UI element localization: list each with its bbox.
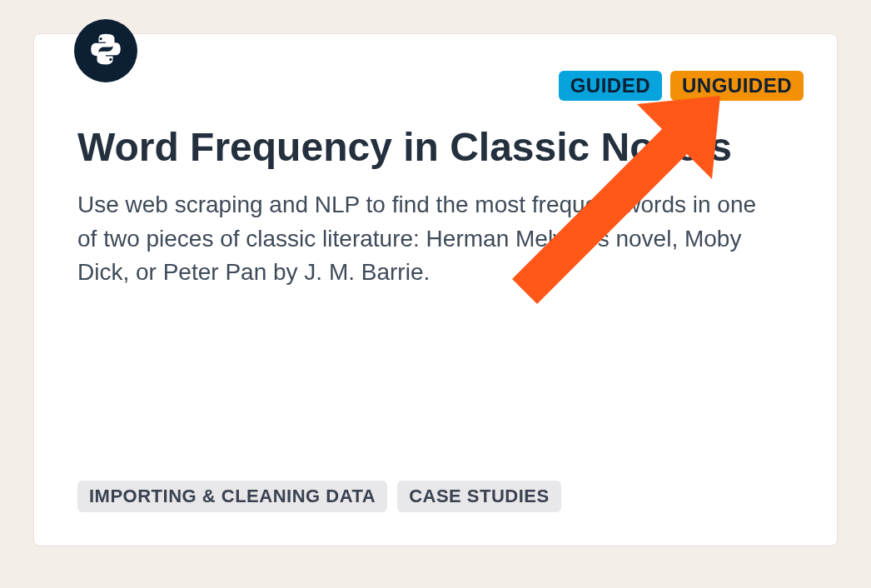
unguided-badge[interactable]: UNGUIDED [670,71,804,101]
project-title: Word Frequency in Classic Novels [77,124,794,170]
project-card[interactable]: GUIDED UNGUIDED Word Frequency in Classi… [33,33,838,546]
mode-badges: GUIDED UNGUIDED [559,71,804,101]
topic-tags: IMPORTING & CLEANING DATA CASE STUDIES [77,481,561,512]
tag-case-studies[interactable]: CASE STUDIES [397,481,561,512]
language-badge [74,19,137,82]
project-description: Use web scraping and NLP to find the mos… [77,188,777,290]
guided-badge[interactable]: GUIDED [559,71,662,101]
python-icon [88,32,123,70]
tag-importing-cleaning[interactable]: IMPORTING & CLEANING DATA [77,481,387,512]
